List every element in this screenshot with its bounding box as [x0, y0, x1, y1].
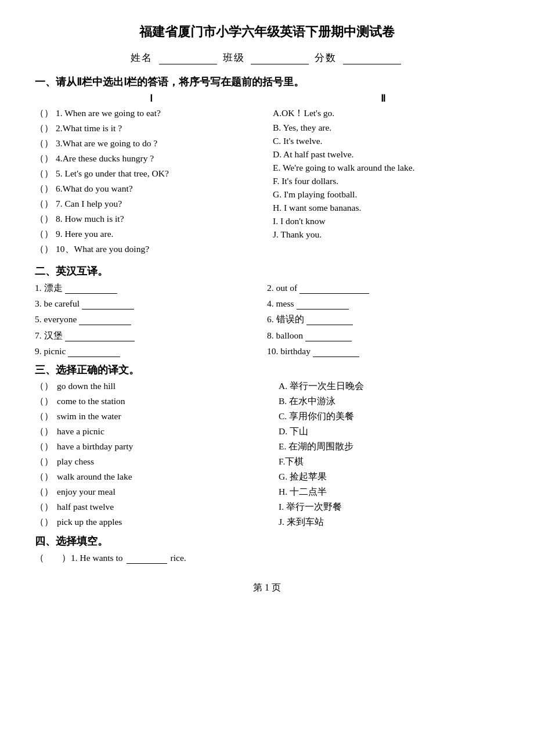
bracket: （	[35, 123, 44, 135]
a-text: B. Yes, they are.	[273, 123, 331, 133]
a-text: I. 举行一次野餐	[279, 502, 342, 512]
item-text: 1. 漂走	[35, 282, 63, 294]
s3-right: G. 捡起苹果	[267, 471, 499, 483]
bracket: ）	[44, 168, 53, 180]
a-text: D. At half past twelve.	[273, 149, 353, 160]
s3-right: B. 在水中游泳	[267, 395, 499, 408]
answer-blank	[306, 314, 353, 325]
table-row: （ ） swim in the water C. 享用你们的美餐	[35, 411, 499, 423]
bracket: ）	[44, 183, 53, 195]
bracket: （	[35, 138, 44, 150]
s3-left: （ ） enjoy your meal	[35, 486, 267, 498]
table-row: （） 3.What are we going to do ?	[35, 138, 267, 150]
a-text: H. I want some bananas.	[273, 203, 361, 213]
q-text: go down the hill	[57, 381, 116, 391]
bracket: ）	[44, 107, 53, 120]
translate-item: 5. everyone	[35, 314, 267, 325]
bracket: ）	[44, 228, 53, 240]
a-text: B. 在水中游泳	[279, 396, 335, 406]
bracket: （	[35, 501, 44, 513]
section3-title: 三、选择正确的译文。	[35, 363, 499, 377]
table-row: （） 9. Here you are.	[35, 228, 267, 240]
bracket: ）	[44, 441, 53, 453]
table-row: F. It's four dollars.	[267, 176, 499, 186]
item-text: 3. be careful	[35, 298, 80, 309]
name-field	[159, 52, 217, 64]
table-row: （） 5. Let's go under that tree, OK?	[35, 168, 267, 180]
item-text: 9. picnic	[35, 346, 66, 357]
bracket: ）	[44, 153, 53, 165]
translate-row: 7. 汉堡 8. balloon	[35, 330, 499, 342]
bracket: （	[35, 411, 44, 423]
q-text: 7. Can I help you?	[56, 199, 122, 209]
section3-content: （ ） go down the hill A. 举行一次生日晚会 （ ） com…	[35, 380, 499, 528]
bracket: （	[35, 426, 44, 438]
section4-title: 四、选择填空。	[35, 534, 499, 548]
bracket: （	[35, 441, 44, 453]
fill-blank	[127, 553, 167, 564]
s3-right: C. 享用你们的美餐	[267, 411, 499, 423]
translate-item: 3. be careful	[35, 298, 267, 309]
bracket: （	[35, 380, 44, 393]
bracket-close: ）1. He wants to	[62, 552, 123, 564]
q-text: 10、What are you doing?	[56, 243, 149, 255]
answer-blank	[68, 346, 120, 357]
s3-right: F.下棋	[267, 456, 499, 468]
bracket: ）	[44, 486, 53, 498]
s3-left: （ ） have a birthday party	[35, 441, 267, 453]
table-row: I. I don't know	[267, 216, 499, 226]
bracket-open: （	[35, 552, 44, 564]
q-text: 5. Let's go under that tree, OK?	[56, 168, 169, 179]
bracket: （	[35, 471, 44, 483]
bracket: （	[35, 153, 44, 165]
q-text: swim in the water	[57, 411, 121, 422]
answer-blank	[300, 283, 369, 294]
bracket: ）	[44, 471, 53, 483]
score-field	[343, 52, 401, 64]
a-text: E. We're going to walk around the lake.	[273, 163, 414, 173]
bracket: ）	[44, 213, 53, 225]
s3-right: E. 在湖的周围散步	[267, 441, 499, 453]
translate-item: 2. out of	[267, 283, 499, 294]
section1-title: 一、请从Ⅱ栏中选出Ⅰ栏的答语，将序号写在题前的括号里。	[35, 75, 499, 89]
table-row: G. I'm playing football.	[267, 189, 499, 200]
s3-left: （ ） swim in the water	[35, 411, 267, 423]
table-row: A.OK！Let's go.	[267, 107, 499, 120]
page-title: 福建省厦门市小学六年级英语下册期中测试卷	[35, 23, 499, 41]
a-text: C. It's twelve.	[273, 136, 322, 146]
translate-item: 1. 漂走	[35, 282, 267, 294]
bracket: ）	[44, 123, 53, 135]
answer-blank	[313, 346, 359, 357]
section1-content: Ⅰ （） 1. When are we going to eat? （） 2.W…	[35, 92, 499, 258]
item-text: 7. 汉堡	[35, 330, 63, 342]
q-text: 4.Are these ducks hungry ?	[56, 153, 154, 164]
bracket: （	[35, 395, 44, 408]
s3-right: J. 来到车站	[267, 516, 499, 528]
translate-row: 9. picnic 10. birthday	[35, 346, 499, 357]
bracket: ）	[44, 380, 53, 393]
table-row: （） 4.Are these ducks hungry ?	[35, 153, 267, 165]
a-text: C. 享用你们的美餐	[279, 411, 354, 421]
item-text: 10. birthday	[267, 346, 311, 357]
item-text: 6. 错误的	[267, 314, 304, 326]
table-row: C. It's twelve.	[267, 136, 499, 146]
translate-item: 8. balloon	[267, 330, 499, 341]
bracket: （	[35, 243, 44, 255]
answer-blank	[297, 298, 349, 309]
bracket: （	[35, 486, 44, 498]
answer-blank	[65, 283, 117, 294]
a-text: A. 举行一次生日晚会	[279, 381, 364, 391]
table-row: （ ） come to the station B. 在水中游泳	[35, 395, 499, 408]
bracket: ）	[44, 395, 53, 408]
s3-right: I. 举行一次野餐	[267, 501, 499, 513]
bracket: （	[35, 228, 44, 240]
class-field	[251, 52, 309, 64]
table-row: （） 7. Can I help you?	[35, 198, 267, 210]
q-text: have a birthday party	[57, 441, 133, 452]
page-footer: 第 1 页	[35, 582, 499, 594]
q-text: play chess	[57, 456, 94, 467]
section1-col2: Ⅱ A.OK！Let's go. B. Yes, they are. C. It…	[267, 92, 499, 258]
section1-col1: Ⅰ （） 1. When are we going to eat? （） 2.W…	[35, 92, 267, 258]
col2-header: Ⅱ	[267, 92, 499, 105]
a-text: J. 来到车站	[279, 517, 324, 527]
